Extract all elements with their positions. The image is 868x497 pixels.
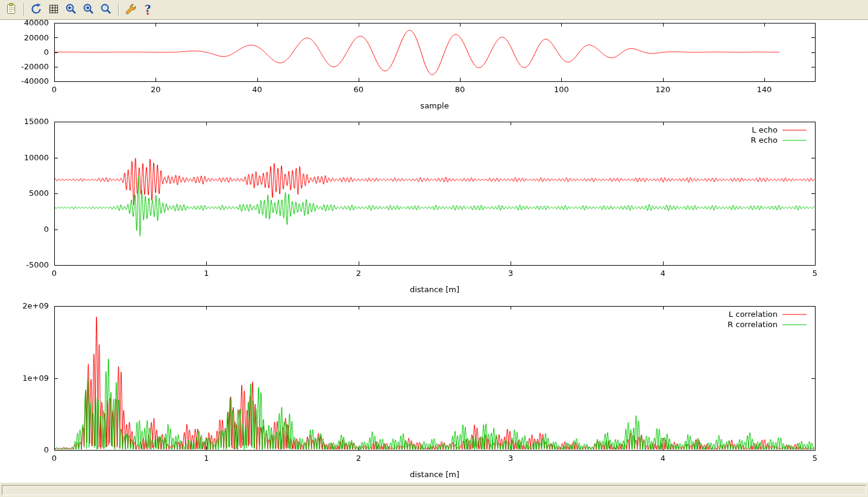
status-field xyxy=(2,485,866,495)
plot-area xyxy=(0,20,868,482)
clipboard-icon xyxy=(5,2,18,17)
autoscale-button[interactable] xyxy=(98,2,115,17)
toolbar-separator xyxy=(24,3,24,16)
autoscale-icon xyxy=(99,2,113,17)
zoom-next-button[interactable] xyxy=(80,2,97,17)
correlation-plot-canvas[interactable] xyxy=(0,298,868,482)
zoom-previous-button[interactable] xyxy=(63,2,80,17)
toolbar: ? xyxy=(0,0,868,20)
wrench-icon xyxy=(124,2,137,17)
svg-text:?: ? xyxy=(145,2,151,14)
grid-button[interactable] xyxy=(45,2,62,17)
help-button[interactable]: ? xyxy=(140,2,157,17)
copy-button[interactable] xyxy=(3,2,20,17)
pulse-plot-canvas[interactable] xyxy=(0,20,868,114)
config-button[interactable] xyxy=(122,2,139,17)
help-icon: ? xyxy=(142,2,155,17)
echo-plot-canvas[interactable] xyxy=(0,114,868,298)
refresh-icon xyxy=(30,2,43,17)
zoom-previous-icon xyxy=(64,2,78,17)
zoom-next-icon xyxy=(82,2,95,17)
toolbar-separator xyxy=(118,3,119,16)
status-bar xyxy=(0,482,868,497)
grid-icon xyxy=(47,2,60,17)
replot-button[interactable] xyxy=(28,2,45,17)
